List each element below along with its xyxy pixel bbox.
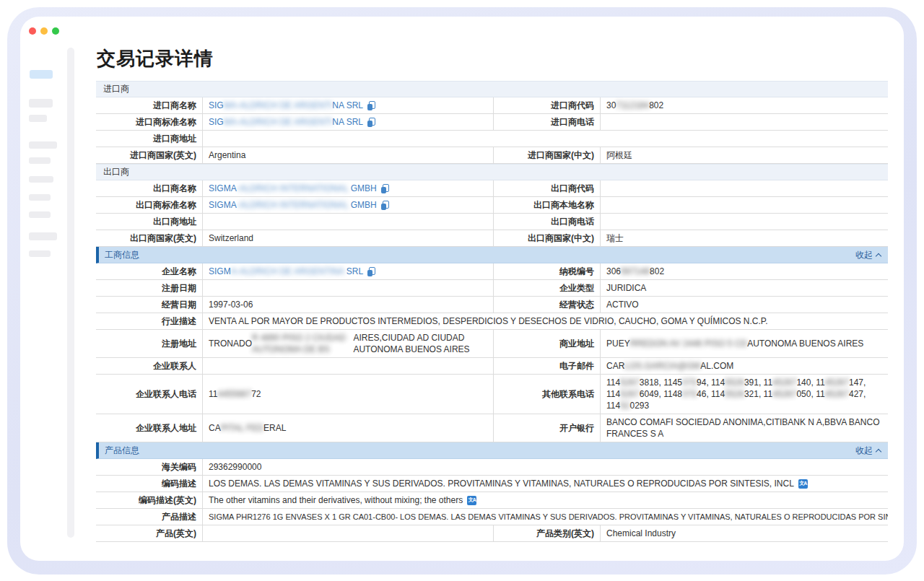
business-status-label: 经营状态 [494,297,601,313]
exporter-code-value [601,180,888,197]
exporter-std-name-label: 出口商标准名称 [96,197,203,214]
product-code-desc-en-value: The other vitamins and their derivatives… [203,492,888,509]
collapse-label: 收起 [855,249,873,261]
business-contact-addr-value: CAPITAL FEDERAL [203,414,494,442]
business-reg-addr-label: 注册地址 [96,330,203,358]
product-code-desc-en-label: 编码描述(英文) [96,492,203,509]
business-tax-label: 纳税编号 [494,263,601,280]
business-other-phones-value: 11452673818, 114507394, 1145526391, 1145… [601,375,888,414]
business-contact-phone-value: 11445566772 [203,375,494,414]
product-code-desc-label: 编码描述 [96,476,203,492]
section-header-business: 工商信息 收起 [96,247,888,263]
minimize-window-icon[interactable] [40,27,48,35]
sidebar-item[interactable] [29,141,57,149]
importer-address-value [203,131,888,147]
importer-std-name-link[interactable]: SIGMA-ALDRICH DE ARGENTINA SRL [209,116,363,128]
page-title: 交易记录详情 [97,47,888,70]
business-bank-label: 开户银行 [494,414,601,442]
importer-name-value: SIGMA-ALDRICH DE ARGENTINA SRL [203,97,494,114]
exporter-country-en-label: 出口商国家(英文) [96,230,203,247]
code-desc-en-text: The other vitamins and their derivatives… [209,494,463,506]
exporter-country-cn-value: 瑞士 [601,230,888,247]
business-biz-addr-label: 商业地址 [494,330,601,358]
importer-phone-value [601,114,888,131]
business-reg-addr-value: TRONADOR 4890 PISO 2 CIUDAD AUTONOMA DE … [203,330,494,358]
product-desc-label: 产品描述 [96,509,203,525]
exporter-code-label: 出口商代码 [494,180,601,197]
collapse-label: 收起 [855,445,873,457]
chevron-up-icon [876,253,881,258]
business-tax-value: 306567148802 [601,263,888,280]
detail-table: 进口商 进口商名称 SIGMA-ALDRICH DE ARGENTINA SRL… [96,81,888,542]
product-hs-value: 29362990000 [203,459,888,476]
translate-icon[interactable]: 文A [798,479,808,489]
other-phones-line: 11452676049, 114807346, 1145526321, 1145… [606,388,866,400]
copy-icon[interactable] [367,267,375,276]
sidebar-item[interactable] [29,157,51,164]
section-header-importer: 进口商 [96,81,888,97]
product-code-desc-value: LOS DEMAS. LAS DEMAS VITAMINAS Y SUS DER… [203,476,888,492]
close-window-icon[interactable] [29,27,36,35]
other-phones-line: 11452673818, 114507394, 1145526391, 1145… [606,377,866,388]
sidebar-item[interactable] [29,194,51,201]
exporter-phone-value [601,214,888,230]
sidebar-item-active[interactable] [30,70,53,79]
importer-country-en-value: Argentina [203,147,494,164]
section-title: 进口商 [103,83,129,95]
business-company-label: 企业名称 [96,263,203,280]
importer-phone-label: 进口商电话 [494,114,601,131]
importer-country-en-label: 进口商国家(英文) [96,147,203,164]
window-controls [29,27,59,35]
business-reg-date-value [203,280,494,297]
business-contact-phone-label: 企业联系人电话 [96,375,203,414]
product-hs-label: 海关编码 [96,459,203,476]
main-content: 交易记录详情 进口商 进口商名称 SIGMA-ALDRICH DE ARGENT… [96,47,888,542]
sidebar-item[interactable] [29,211,51,218]
exporter-std-name-link[interactable]: SIGMA-ALDRICH INTERNATIONAL GMBH [209,199,377,211]
exporter-address-value [203,214,494,230]
business-company-link[interactable]: SIGMA-ALDRICH DE ARGENTINA SRL [209,266,363,277]
product-en-value [203,525,494,542]
importer-country-cn-value: 阿根廷 [601,147,888,164]
exporter-local-name-label: 出口商本地名称 [494,197,601,214]
business-other-phone-label: 其他联系电话 [494,375,601,414]
business-collapse-button[interactable]: 收起 [855,249,881,261]
sidebar-item[interactable] [29,115,47,122]
sidebar-item[interactable] [29,176,53,183]
sidebar-item[interactable] [29,99,53,108]
copy-icon[interactable] [381,184,389,193]
sidebar-item[interactable] [29,232,57,240]
exporter-local-name-value [601,197,888,214]
product-collapse-button[interactable]: 收起 [855,445,881,457]
copy-icon[interactable] [367,101,375,110]
product-category-value: Chemical Industry [601,525,888,542]
other-phones-line: 114520293 [606,400,649,411]
business-email-value: CARLOS.GARCIA@GMAL.COM [601,358,888,375]
product-en-label: 产品(英文) [96,525,203,542]
code-desc-text: LOS DEMAS. LAS DEMAS VITAMINAS Y SUS DER… [209,478,794,489]
business-status-value: ACTIVO [601,297,888,313]
business-contact-value [203,358,494,375]
translate-icon[interactable]: 文A [467,496,476,505]
product-category-label: 产品类别(英文) [494,525,601,542]
exporter-std-name-value: SIGMA-ALDRICH INTERNATIONAL GMBH [203,197,494,214]
importer-code-label: 进口商代码 [494,97,601,114]
importer-country-cn-label: 进口商国家(中文) [494,147,601,164]
importer-std-name-label: 进口商标准名称 [96,114,203,131]
business-industry-value: VENTA AL POR MAYOR DE PRODUCTOS INTERMED… [203,313,888,330]
business-type-label: 企业类型 [494,280,601,297]
business-company-value: SIGMA-ALDRICH DE ARGENTINA SRL [203,263,494,280]
page-background: 交易记录详情 进口商 进口商名称 SIGMA-ALDRICH DE ARGENT… [7,7,917,575]
copy-icon[interactable] [367,118,375,127]
zoom-window-icon[interactable] [52,27,59,35]
exporter-name-link[interactable]: SIGMA-ALDRICH INTERNATIONAL GMBH [209,183,377,194]
business-industry-label: 行业描述 [96,313,203,330]
importer-name-link[interactable]: SIGMA-ALDRICH DE ARGENTINA SRL [209,100,363,111]
sidebar-item[interactable] [29,250,51,257]
business-op-date-label: 经营日期 [96,297,203,313]
business-type-value: JURIDICA [601,280,888,297]
copy-icon[interactable] [381,201,389,210]
exporter-address-label: 出口商地址 [96,214,203,230]
app-window: 交易记录详情 进口商 进口商名称 SIGMA-ALDRICH DE ARGENT… [20,17,904,561]
section-title: 出口商 [103,166,129,178]
